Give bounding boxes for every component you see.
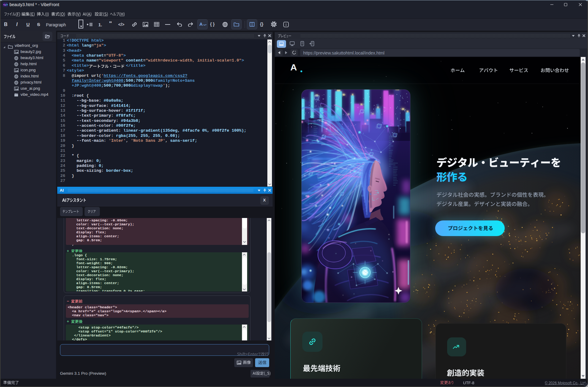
svg-text:>: >: [6, 3, 8, 6]
